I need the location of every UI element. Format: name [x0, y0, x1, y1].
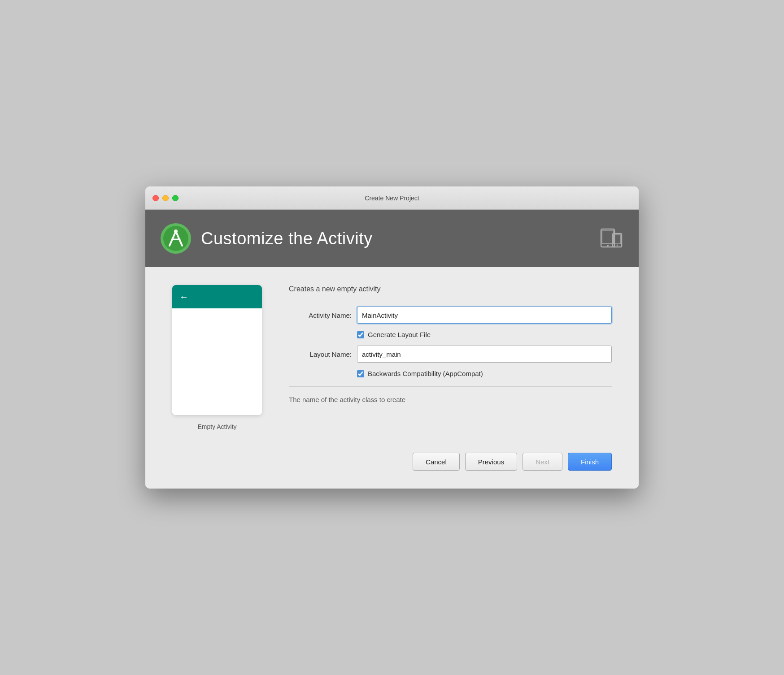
maximize-button[interactable]	[172, 195, 179, 201]
main-window: Create New Project	[145, 186, 639, 489]
cancel-button[interactable]: Cancel	[413, 453, 460, 471]
footer: Cancel Previous Next Finish	[172, 444, 612, 475]
minimize-button[interactable]	[162, 195, 169, 201]
layout-name-label: Layout Name:	[289, 350, 352, 358]
svg-rect-7	[602, 231, 614, 243]
window-title: Create New Project	[365, 195, 419, 202]
layout-name-input[interactable]	[357, 346, 612, 363]
layout-name-row: Layout Name:	[289, 346, 612, 363]
back-arrow-icon: ←	[179, 292, 188, 302]
generate-layout-checkbox[interactable]	[357, 331, 364, 338]
device-icon	[597, 227, 624, 250]
activity-type-label: Empty Activity	[197, 423, 236, 430]
generate-layout-row: Generate Layout File	[357, 331, 612, 338]
phone-toolbar: ←	[172, 285, 262, 308]
activity-name-row: Activity Name:	[289, 307, 612, 324]
main-content: ← Empty Activity Creates a new empty act…	[145, 267, 639, 489]
content-body: ← Empty Activity Creates a new empty act…	[172, 285, 612, 430]
phone-body	[172, 308, 262, 415]
header-left: Customize the Activity	[160, 222, 373, 255]
finish-button[interactable]: Finish	[568, 453, 612, 471]
right-panel: Creates a new empty activity Activity Na…	[289, 285, 612, 403]
description-text: Creates a new empty activity	[289, 285, 612, 293]
title-bar: Create New Project	[145, 186, 639, 210]
page-title: Customize the Activity	[201, 229, 373, 248]
backwards-compat-row: Backwards Compatibility (AppCompat)	[357, 370, 612, 377]
previous-button[interactable]: Previous	[465, 453, 517, 471]
left-panel: ← Empty Activity	[172, 285, 262, 430]
backwards-compat-checkbox[interactable]	[357, 370, 364, 377]
activity-name-input[interactable]	[357, 307, 612, 324]
window-controls	[152, 195, 179, 201]
close-button[interactable]	[152, 195, 159, 201]
next-button: Next	[523, 453, 562, 471]
phone-mockup: ←	[172, 285, 262, 415]
svg-point-11	[617, 245, 618, 246]
activity-name-label: Activity Name:	[289, 312, 352, 319]
backwards-compat-label: Backwards Compatibility (AppCompat)	[368, 370, 483, 377]
hint-text: The name of the activity class to create	[289, 396, 612, 403]
divider	[289, 386, 612, 387]
header-section: Customize the Activity	[145, 210, 639, 267]
android-logo	[160, 222, 192, 255]
svg-point-5	[174, 229, 178, 233]
svg-point-8	[607, 245, 609, 247]
generate-layout-label: Generate Layout File	[368, 331, 431, 338]
